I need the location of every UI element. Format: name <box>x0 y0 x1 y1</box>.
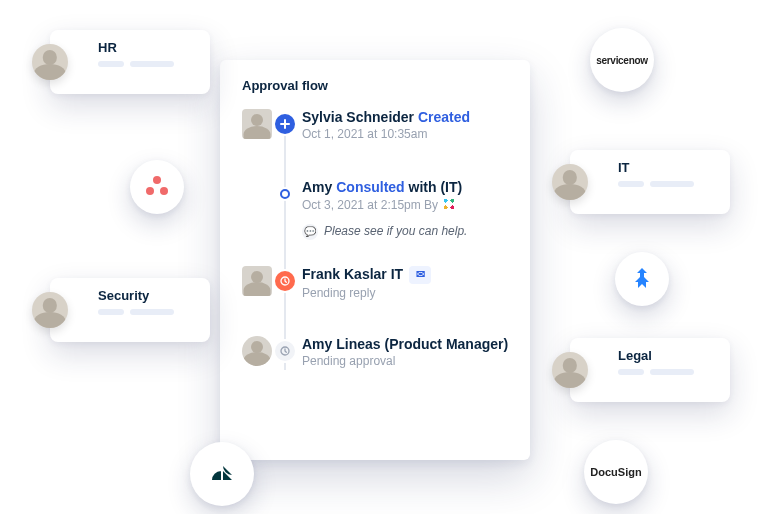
placeholder-lines <box>618 181 714 187</box>
avatar <box>32 292 68 328</box>
comment-icon: 💬 <box>302 224 318 240</box>
flow-item: Frank Kaslar IT✉ Pending reply <box>242 266 512 310</box>
timeline-line <box>284 119 286 370</box>
item-meta: Pending reply <box>302 286 512 302</box>
pill-label: Legal <box>618 348 714 363</box>
item-meta: Oct 3, 2021 at 2:15pm By <box>302 197 512 214</box>
clock-icon <box>275 341 295 361</box>
item-name: Amy Consulted with (IT) <box>302 179 512 195</box>
asana-icon <box>146 176 168 198</box>
dot-icon <box>280 189 290 199</box>
avatar <box>242 336 272 366</box>
integration-jira[interactable] <box>615 252 669 306</box>
pill-label: HR <box>98 40 194 55</box>
plus-icon <box>275 114 295 134</box>
item-meta: Oct 1, 2021 at 10:35am <box>302 127 512 143</box>
card-title: Approval flow <box>242 78 512 93</box>
integration-docusign[interactable]: DocuSign <box>584 440 648 504</box>
integration-zendesk[interactable] <box>190 442 254 506</box>
flow-timeline: Sylvia Schneider Created Oct 1, 2021 at … <box>242 109 512 380</box>
zendesk-icon <box>210 461 234 487</box>
clock-icon <box>275 271 295 291</box>
pill-label: IT <box>618 160 714 175</box>
item-note: 💬 Please see if you can help. <box>302 224 512 240</box>
item-name: Frank Kaslar IT✉ <box>302 266 512 284</box>
approval-flow-card: Approval flow Sylvia Schneider Created O… <box>220 60 530 460</box>
dept-pill-hr[interactable]: HR <box>50 30 210 94</box>
dept-pill-security[interactable]: Security <box>50 278 210 342</box>
jira-icon <box>630 266 654 292</box>
docusign-logo: DocuSign <box>590 466 641 478</box>
servicenow-logo: servicenow <box>596 55 647 66</box>
avatar <box>552 352 588 388</box>
item-name: Sylvia Schneider Created <box>302 109 512 125</box>
placeholder-lines <box>98 61 194 67</box>
avatar <box>242 109 272 139</box>
integration-servicenow[interactable]: servicenow <box>590 28 654 92</box>
dept-pill-it[interactable]: IT <box>570 150 730 214</box>
flow-item: Amy Lineas (Product Manager) Pending app… <box>242 336 512 380</box>
flow-item: Amy Consulted with (IT) Oct 3, 2021 at 2… <box>242 179 512 240</box>
integration-asana[interactable] <box>130 160 184 214</box>
mail-icon[interactable]: ✉ <box>409 266 431 284</box>
avatar <box>32 44 68 80</box>
placeholder-lines <box>618 369 714 375</box>
slack-icon <box>442 197 456 211</box>
avatar <box>242 266 272 296</box>
avatar <box>552 164 588 200</box>
placeholder-lines <box>98 309 194 315</box>
item-name: Amy Lineas (Product Manager) <box>302 336 512 352</box>
flow-item: Sylvia Schneider Created Oct 1, 2021 at … <box>242 109 512 153</box>
dept-pill-legal[interactable]: Legal <box>570 338 730 402</box>
pill-label: Security <box>98 288 194 303</box>
item-meta: Pending approval <box>302 354 512 370</box>
